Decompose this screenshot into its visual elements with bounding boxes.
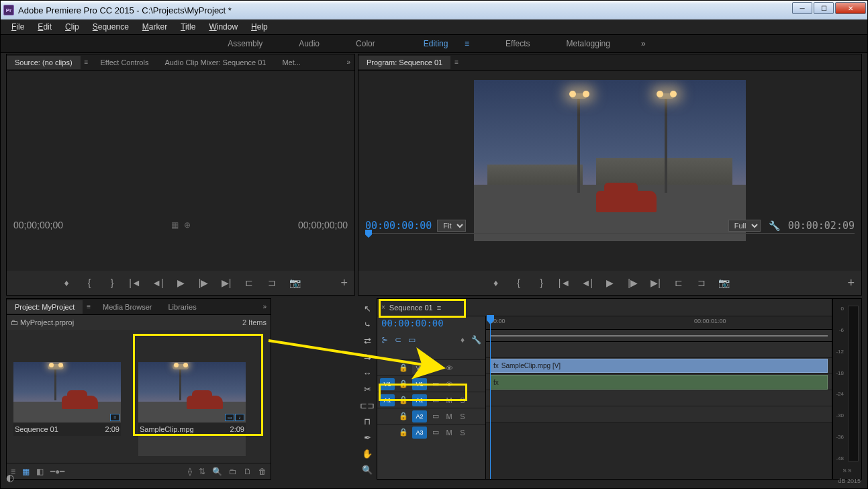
tab-libraries[interactable]: Libraries <box>160 300 204 314</box>
extract-icon[interactable]: ⊐ <box>695 277 708 288</box>
lock-icon[interactable]: 🔒 <box>399 363 408 372</box>
add-marker-icon[interactable]: ♦ <box>60 277 73 288</box>
track-v1[interactable]: fxSampleClip.mpg [V] <box>486 358 832 374</box>
step-forward-icon[interactable]: |▶ <box>197 277 209 288</box>
panel-menu-icon[interactable]: ≡ <box>81 58 93 66</box>
eye-icon[interactable]: 👁 <box>444 380 454 388</box>
slide-tool-icon[interactable]: ⊓ <box>360 415 374 427</box>
automate-icon[interactable]: ⇅ <box>199 467 205 476</box>
tab-effect-controls[interactable]: Effect Controls <box>92 56 156 69</box>
workspace-metalogging[interactable]: Metalogging <box>554 36 622 51</box>
tab-audio-clip-mixer[interactable]: Audio Clip Mixer: Sequence 01 <box>156 56 274 69</box>
menu-file[interactable]: File <box>6 21 30 33</box>
track-header-v2[interactable]: 🔒V2▭👁 <box>377 359 485 375</box>
source-patch-v1[interactable]: V1 <box>380 378 395 390</box>
find-icon[interactable]: 🔍 <box>212 467 222 476</box>
menu-edit[interactable]: Edit <box>32 21 57 33</box>
toggle-output-icon[interactable]: ▭ <box>431 363 440 372</box>
toggle-output-icon[interactable]: ▭ <box>431 428 440 437</box>
project-bin-area[interactable]: ≡ Sequence 012:09 ▭♪ SampleClip.mpg2:09 <box>7 330 271 463</box>
close-button[interactable]: ✕ <box>835 2 866 14</box>
menu-title[interactable]: Title <box>175 21 201 33</box>
track-tag-v2[interactable]: V2 <box>412 362 427 374</box>
panel-menu-icon[interactable]: ≡ <box>83 303 95 310</box>
minimize-button[interactable]: ─ <box>792 2 812 14</box>
cc-sync-icon[interactable]: ◐ <box>6 472 14 483</box>
timeline-timecode[interactable]: 00:00:00:00 <box>377 316 485 332</box>
track-a3[interactable] <box>486 406 832 423</box>
insert-icon[interactable]: ⊏ <box>243 277 255 288</box>
tab-program[interactable]: Program: Sequence 01 <box>358 56 450 69</box>
tab-project[interactable]: Project: MyProject <box>7 300 83 314</box>
timeline-clip-video[interactable]: fxSampleClip.mpg [V] <box>490 359 828 373</box>
selection-tool-icon[interactable]: ↖ <box>360 302 374 314</box>
export-frame-icon[interactable]: 📷 <box>289 277 301 288</box>
snap-icon[interactable]: ⊱ <box>381 335 388 345</box>
step-back-icon[interactable]: ◄| <box>581 277 593 288</box>
settings-wrench-icon[interactable]: 🔧 <box>766 220 783 231</box>
panel-menu-icon[interactable]: ≡ <box>450 58 463 66</box>
mark-in-icon[interactable]: { <box>513 277 525 288</box>
button-editor-icon[interactable]: + <box>340 276 348 290</box>
timeline-tracks-area[interactable]: 00:00 00:00:01:00 fxSampleClip.mpg [V] f… <box>486 316 832 479</box>
track-a2[interactable] <box>486 390 832 406</box>
export-frame-icon[interactable]: 📷 <box>718 277 730 288</box>
tab-metadata[interactable]: Met... <box>274 56 309 69</box>
timeline-clip-audio[interactable]: fx <box>490 375 828 390</box>
eye-icon[interactable]: 👁 <box>444 364 454 372</box>
meter-solo-label[interactable]: S S <box>833 468 861 474</box>
track-header-a1[interactable]: A1🔒A1▭MS <box>377 392 485 408</box>
add-marker-icon[interactable]: ♦ <box>490 277 502 288</box>
source-patch-a1[interactable]: A1 <box>380 394 395 406</box>
program-scrubber[interactable] <box>365 233 855 242</box>
step-forward-icon[interactable]: |▶ <box>627 277 639 288</box>
freeform-view-icon[interactable]: ◧ <box>36 467 44 476</box>
bin-item-sequence[interactable]: ≡ Sequence 012:09 <box>13 362 121 456</box>
maximize-button[interactable]: ☐ <box>814 2 834 14</box>
add-marker-timeline-icon[interactable]: ▭ <box>408 335 416 345</box>
mark-out-icon[interactable]: } <box>536 277 548 288</box>
mark-in-icon[interactable]: { <box>83 277 95 288</box>
razor-tool-icon[interactable]: ✂ <box>360 383 374 395</box>
workspace-audio[interactable]: Audio <box>287 36 332 51</box>
workspace-color[interactable]: Color <box>344 36 387 51</box>
menu-help[interactable]: Help <box>246 21 273 33</box>
panel-menu-icon[interactable]: ≡ <box>437 304 441 312</box>
icon-view-icon[interactable]: ▦ <box>22 467 30 476</box>
mark-out-icon[interactable]: } <box>106 277 118 288</box>
program-monitor[interactable] <box>474 80 746 241</box>
lock-icon[interactable]: 🔒 <box>399 396 408 404</box>
zoom-select[interactable]: Fit <box>437 220 466 232</box>
panel-overflow-icon[interactable]: » <box>258 303 271 310</box>
track-tag-a1[interactable]: A1 <box>412 394 427 406</box>
rolling-edit-tool-icon[interactable]: ⇆ <box>360 351 374 363</box>
track-tag-a2[interactable]: A2 <box>412 410 427 423</box>
sort-icon[interactable]: ⟠ <box>188 467 192 476</box>
menu-sequence[interactable]: Sequence <box>87 21 134 33</box>
step-back-icon[interactable]: ◄| <box>152 277 164 288</box>
lock-icon[interactable]: 🔒 <box>399 380 408 388</box>
go-to-out-icon[interactable]: ▶| <box>220 277 232 288</box>
playhead-line[interactable] <box>490 316 491 479</box>
program-timecode-left[interactable]: 00:00:00:00 <box>365 220 432 232</box>
toggle-output-icon[interactable]: ▭ <box>431 412 440 420</box>
toggle-output-icon[interactable]: ▭ <box>431 396 440 404</box>
track-a1[interactable]: fx <box>486 374 832 390</box>
tab-media-browser[interactable]: Media Browser <box>95 300 160 314</box>
bin-item-clip[interactable]: ▭♪ SampleClip.mpg2:09 <box>138 362 246 456</box>
zoom-slider[interactable]: ━●━ <box>50 467 64 476</box>
delete-icon[interactable]: 🗑 <box>258 467 267 476</box>
workspace-assembly[interactable]: Assembly <box>215 36 275 51</box>
track-header-v1[interactable]: V1🔒V1▭👁 <box>377 375 485 392</box>
zoom-tool-icon[interactable]: 🔍 <box>360 463 374 476</box>
go-to-in-icon[interactable]: |◄ <box>559 277 571 288</box>
track-v2[interactable] <box>486 342 832 358</box>
overwrite-icon[interactable]: ⊐ <box>266 277 278 288</box>
new-bin-icon[interactable]: 🗀 <box>229 467 237 476</box>
quality-select[interactable]: Full <box>728 220 761 232</box>
pen-tool-icon[interactable]: ✒ <box>360 431 374 443</box>
go-to-out-icon[interactable]: ▶| <box>650 277 662 288</box>
menu-clip[interactable]: Clip <box>60 21 85 33</box>
tab-source[interactable]: Source: (no clips) <box>7 56 81 69</box>
timeline-wrench-icon[interactable]: 🔧 <box>471 335 481 345</box>
